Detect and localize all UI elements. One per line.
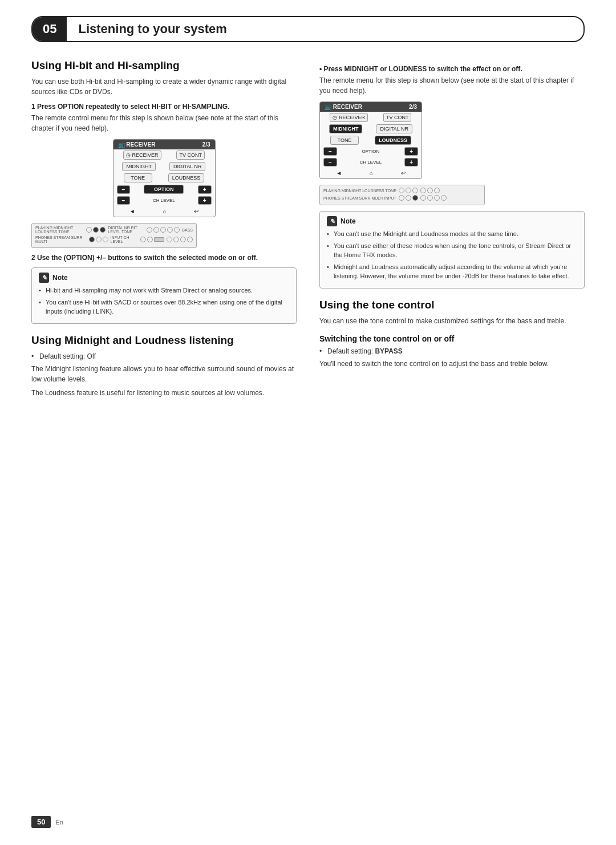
remote-panel-strip-2: PLAYING MIDNIGHT LOUDNESS TONE PHONES ST…	[319, 185, 485, 205]
section2-default: Default setting: Off	[31, 351, 297, 361]
page-number: 50	[31, 816, 51, 828]
section2-title: Using Midnight and Loudness listening	[31, 334, 297, 347]
chapter-number: 05	[33, 17, 67, 41]
dot-group-1	[86, 227, 106, 233]
header-bar: 05 Listening to your system	[31, 16, 585, 42]
minus-btn-2: –	[117, 196, 131, 205]
dot-11	[103, 237, 108, 242]
remote-row-1b: MIDNIGHT DIGITAL NR	[114, 161, 215, 172]
section1-intro: You can use both Hi-bit and Hi-sampling …	[31, 76, 297, 97]
dot-9	[89, 237, 95, 242]
remote-row-1c: TONE LOUDNESS	[114, 172, 215, 184]
dot-10	[96, 237, 102, 242]
dot-15	[173, 237, 179, 242]
dot-2d3	[434, 195, 440, 201]
note-header-2: ✎ Note	[327, 216, 577, 226]
remote-icon-2: 📺 RECEIVER	[325, 104, 362, 110]
section3-intro: You can use the tone control to make cus…	[319, 316, 585, 326]
tone-btn: TONE	[124, 173, 152, 182]
receiver-btn: ◷ RECEIVER	[123, 151, 161, 160]
dot-group-2a	[399, 188, 418, 193]
dot-2b3	[434, 188, 440, 193]
dot-2c3	[412, 195, 418, 201]
dot-group-5	[167, 237, 193, 242]
section2-para1: The Midnight listening feature allows yo…	[31, 364, 297, 384]
footer: 50 En	[31, 816, 63, 828]
note-box-1: ✎ Note Hi-bit and Hi-sampling may not wo…	[31, 267, 297, 324]
dot-7	[167, 227, 173, 233]
step1-label: 1 Press OPTION repeatedly to select HI-B…	[31, 103, 297, 111]
minus-btn-3: –	[323, 147, 337, 156]
remote-page-1: 2/3	[202, 141, 210, 148]
section1-title: Using Hi-bit and Hi-sampling	[31, 59, 297, 72]
panel-row-2: PHONES STREAM SURR MULTI INPUT CH LEVEL	[35, 235, 193, 243]
plus-btn-1: +	[198, 185, 212, 194]
rect-1	[154, 237, 164, 242]
panel-row-2b: PHONES STREAM SURR MULTI INPUT	[323, 195, 481, 201]
dot-6	[160, 227, 166, 233]
dot-2a3	[412, 188, 418, 193]
dot-2b2	[427, 188, 433, 193]
dot-4	[147, 227, 152, 233]
digital-nr-btn-2: DIGITAL NR	[376, 124, 412, 133]
remote-panel-strip-1: PLAYING MIDNIGHT LOUDNESS TONE DIGITAL N…	[31, 223, 197, 248]
return-icon-2: ↩	[401, 170, 406, 176]
panel-row-2a: PLAYING MIDNIGHT LOUDNESS TONE	[323, 188, 481, 193]
remote-chlevel-row: – CH LEVEL +	[114, 195, 215, 206]
panel-label-1: PLAYING MIDNIGHT LOUDNESS TONE	[35, 226, 84, 234]
dot-2d1	[420, 195, 426, 201]
chlevel-label: CH LEVEL	[132, 198, 196, 203]
note-box-2: ✎ Note You can't use the Midnight and Lo…	[319, 211, 585, 289]
dot-2a1	[399, 188, 404, 193]
dot-14	[167, 237, 172, 242]
note-icon-2: ✎	[327, 216, 337, 226]
note-header-1: ✎ Note	[39, 273, 289, 283]
tv-cont-btn: TV CONT	[176, 151, 205, 160]
remote-screen-2: 📺 RECEIVER 2/3 ◷ RECEIVER TV CONT MIDNIG…	[319, 101, 422, 179]
midnight-btn-2: MIDNIGHT	[329, 124, 363, 133]
note-item-1: Hi-bit and Hi-sampling may not work with…	[39, 286, 289, 295]
remote-page-2: 2/3	[409, 104, 417, 110]
note-label-2: Note	[341, 217, 356, 225]
step1-body: The remote control menu for this step is…	[31, 113, 297, 133]
remote-option-row-2: – OPTION +	[320, 146, 422, 157]
remote-nav-row: ◄ ⌂ ↩	[114, 206, 215, 217]
section3-subsection: Switching the tone control on or off	[319, 334, 585, 343]
section3-default: Default setting: BYPASS	[319, 346, 585, 356]
dot-group-2b	[420, 188, 440, 193]
panel-label-2b: PHONES STREAM SURR MULTI INPUT	[323, 196, 396, 200]
panel-label-2a: PLAYING MIDNIGHT LOUDNESS TONE	[323, 189, 396, 193]
remote-row-2b: MIDNIGHT DIGITAL NR	[320, 123, 422, 135]
left-column: Using Hi-bit and Hi-sampling You can use…	[31, 59, 297, 401]
plus-btn-2: +	[198, 196, 212, 205]
arrow-left-icon: ◄	[129, 208, 135, 214]
remote-option-row: – OPTION +	[114, 184, 215, 195]
dot-16	[180, 237, 186, 242]
dot-group-2	[147, 227, 180, 233]
footer-lang: En	[55, 819, 63, 826]
main-content: Using Hi-bit and Hi-sampling You can use…	[31, 59, 585, 401]
right-note-item-1: You can't use the Midnight and Loudness …	[327, 229, 577, 239]
minus-btn-4: –	[323, 158, 337, 166]
plus-btn-4: +	[404, 158, 418, 166]
dot-3	[100, 227, 106, 233]
section3-title: Using the tone control	[319, 299, 585, 311]
section3-body: You'll need to switch the tone control o…	[319, 359, 585, 369]
dot-group-2c	[399, 195, 418, 201]
panel-row-1: PLAYING MIDNIGHT LOUDNESS TONE DIGITAL N…	[35, 226, 193, 234]
dot-group-3	[89, 237, 108, 242]
remote-chlevel-row-2: – CH LEVEL +	[320, 157, 422, 168]
dot-2d4	[441, 195, 447, 201]
step2-label: 2 Use the (OPTION) +/– buttons to switch…	[31, 254, 297, 262]
option-btn: OPTION	[144, 185, 184, 194]
section2-para2: The Loudness feature is useful for liste…	[31, 388, 297, 398]
note-label-1: Note	[52, 274, 68, 282]
section3-default-value: BYPASS	[375, 347, 402, 355]
receiver-btn-2: ◷ RECEIVER	[330, 113, 368, 122]
right-note-item-2: You can't use either of these modes when…	[327, 241, 577, 260]
home-icon-2: ⌂	[370, 170, 373, 176]
dot-17	[187, 237, 193, 242]
dot-2a2	[406, 188, 411, 193]
panel-label-5: INPUT CH LEVEL	[111, 235, 138, 243]
minus-btn-1: –	[117, 185, 131, 194]
